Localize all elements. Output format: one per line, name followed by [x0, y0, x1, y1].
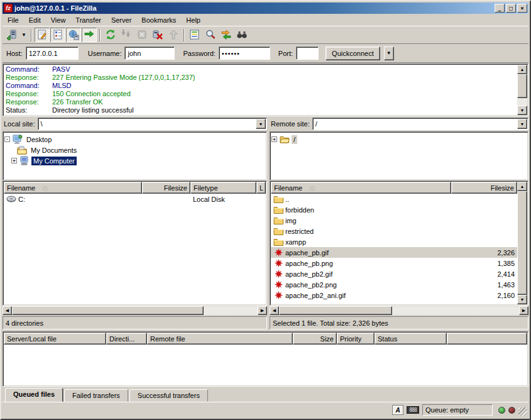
remote-list-body[interactable]: .. forbidden img restricted — [271, 194, 517, 304]
toggle-remote-tree-button[interactable] — [66, 28, 81, 42]
remote-file-list[interactable]: Filename Filesize .. forbidden img — [270, 180, 528, 306]
column-header-status[interactable]: Status — [375, 333, 447, 345]
password-input[interactable] — [219, 47, 270, 60]
collapse-toggle[interactable]: - — [4, 136, 10, 142]
username-input[interactable] — [124, 47, 175, 60]
find-files-button[interactable] — [234, 28, 249, 42]
scroll-thumb[interactable] — [517, 74, 527, 98]
menu-view[interactable]: View — [46, 14, 71, 26]
quickconnect-button[interactable]: Quickconnect — [326, 47, 380, 60]
local-horizontal-scrollbar[interactable]: ◀ ▶ — [3, 306, 267, 315]
process-queue-button[interactable] — [119, 28, 134, 42]
tree-item-my-computer[interactable]: + My Computer — [4, 155, 265, 166]
scroll-down-button[interactable]: ▼ — [517, 295, 527, 304]
menu-help[interactable]: Help — [181, 14, 205, 26]
tab-queued-files[interactable]: Queued files — [5, 388, 63, 402]
expand-toggle[interactable]: + — [11, 158, 17, 163]
scroll-left-button[interactable]: ◀ — [270, 306, 279, 315]
list-item-file[interactable]: apache_pb2.png 1,463 — [271, 279, 517, 290]
list-item-file-selected[interactable]: apache_pb.gif 2,326 — [271, 247, 517, 258]
scroll-thumb[interactable] — [279, 306, 392, 315]
remote-vertical-scrollbar[interactable]: ▲ ▼ — [517, 182, 527, 304]
filter-button[interactable] — [187, 28, 202, 42]
local-site-combo[interactable]: \ ▼ — [38, 118, 267, 130]
scroll-right-button[interactable]: ▶ — [519, 306, 528, 315]
menu-server[interactable]: Server — [106, 14, 136, 26]
local-list-body[interactable]: C: Local Disk — [4, 194, 266, 304]
column-header-filesize[interactable]: Filesize — [451, 182, 517, 194]
remote-horizontal-scrollbar[interactable]: ◀ ▶ — [270, 306, 528, 315]
resize-grip[interactable] — [518, 407, 527, 416]
refresh-button[interactable] — [103, 28, 118, 42]
menu-transfer[interactable]: Transfer — [70, 14, 106, 26]
transfer-type-indicator-icon[interactable]: A — [392, 405, 403, 415]
local-tree[interactable]: - Desktop My Documents + My Computer — [3, 131, 267, 180]
list-item-drive-c[interactable]: C: Local Disk — [4, 194, 266, 204]
disconnect-button[interactable] — [150, 28, 165, 42]
cancel-button[interactable] — [134, 28, 150, 42]
message-log[interactable]: Command:PASV Response:227 Entering Passi… — [3, 64, 528, 116]
remote-tree[interactable]: + / — [270, 131, 528, 180]
speed-limits-icon[interactable]: 888 — [407, 406, 419, 414]
list-item-folder[interactable]: forbidden — [271, 204, 517, 215]
list-item-folder[interactable]: img — [271, 215, 517, 226]
toggle-queue-button[interactable] — [82, 28, 97, 42]
reconnect-button[interactable] — [166, 28, 181, 42]
tree-item-desktop[interactable]: - Desktop — [4, 134, 265, 145]
scroll-down-button[interactable]: ▼ — [517, 106, 527, 115]
column-header-priority[interactable]: Priority — [337, 333, 375, 345]
column-header-size[interactable]: Size — [293, 333, 337, 345]
menu-bookmarks[interactable]: Bookmarks — [136, 14, 181, 26]
scroll-up-button[interactable]: ▲ — [517, 182, 527, 191]
menu-edit[interactable]: Edit — [24, 14, 46, 26]
list-item-folder[interactable]: restricted — [271, 226, 517, 236]
transfer-queue[interactable]: Server/Local file Directi... Remote file… — [3, 331, 528, 387]
column-header-server-local-file[interactable]: Server/Local file — [4, 333, 106, 345]
tree-item-label: My Documents — [29, 146, 79, 155]
expand-toggle[interactable]: + — [271, 136, 277, 142]
synchronized-browsing-button[interactable] — [219, 28, 234, 42]
queue-body[interactable] — [4, 345, 527, 385]
toggle-log-button[interactable] — [35, 28, 50, 42]
maximize-button[interactable]: □ — [506, 4, 516, 13]
remote-site-combo-button[interactable]: ▼ — [517, 119, 527, 129]
menu-file[interactable]: File — [3, 14, 24, 26]
port-input[interactable] — [296, 47, 319, 60]
directory-comparison-button[interactable] — [203, 28, 218, 42]
tab-failed-transfers[interactable]: Failed transfers — [64, 389, 128, 402]
list-item-folder[interactable]: .. — [271, 194, 517, 204]
minimize-button[interactable]: _ — [495, 4, 505, 13]
titlebar[interactable]: fz john@127.0.0.1 - FileZilla _ □ × — [3, 3, 528, 14]
list-item-folder[interactable]: xampp — [271, 236, 517, 247]
scroll-left-button[interactable]: ◀ — [3, 306, 12, 315]
site-manager-button[interactable] — [4, 28, 19, 42]
column-header-last-modified[interactable]: L — [256, 182, 266, 194]
column-header-filename[interactable]: Filename — [271, 182, 451, 194]
column-header-filename[interactable]: Filename — [4, 182, 142, 194]
host-input[interactable] — [26, 47, 79, 60]
image-file-icon — [273, 258, 283, 268]
close-button[interactable]: × — [517, 4, 527, 13]
column-header-direction[interactable]: Directi... — [106, 333, 147, 345]
local-site-combo-button[interactable]: ▼ — [256, 119, 266, 129]
site-manager-dropdown-button[interactable]: ▼ — [19, 28, 28, 42]
toggle-local-tree-button[interactable] — [50, 28, 65, 42]
tree-item-root[interactable]: + / — [271, 134, 527, 145]
log-scrollbar[interactable]: ▲ ▼ — [517, 65, 527, 115]
tree-item-my-documents[interactable]: My Documents — [4, 145, 265, 155]
column-header-remote-file[interactable]: Remote file — [147, 333, 293, 345]
tab-successful-transfers[interactable]: Successful transfers — [129, 389, 208, 402]
scroll-thumb[interactable] — [517, 191, 527, 295]
remote-site-combo[interactable]: / ▼ — [312, 118, 528, 130]
scroll-up-button[interactable]: ▲ — [517, 65, 527, 74]
list-item-file[interactable]: apache_pb2_ani.gif 2,160 — [271, 290, 517, 301]
local-file-list[interactable]: Filename Filesize Filetype L C: Local Di… — [3, 180, 267, 306]
toolbar-separator — [183, 29, 185, 41]
list-item-file[interactable]: apache_pb2.gif 2,414 — [271, 268, 517, 279]
column-header-filesize[interactable]: Filesize — [142, 182, 190, 194]
quickconnect-dropdown-button[interactable]: ▼ — [384, 47, 394, 60]
scroll-right-button[interactable]: ▶ — [258, 306, 267, 315]
column-header-filetype[interactable]: Filetype — [190, 182, 256, 194]
list-item-file[interactable]: apache_pb.png 1,385 — [271, 258, 517, 268]
scroll-thumb[interactable] — [12, 306, 204, 315]
